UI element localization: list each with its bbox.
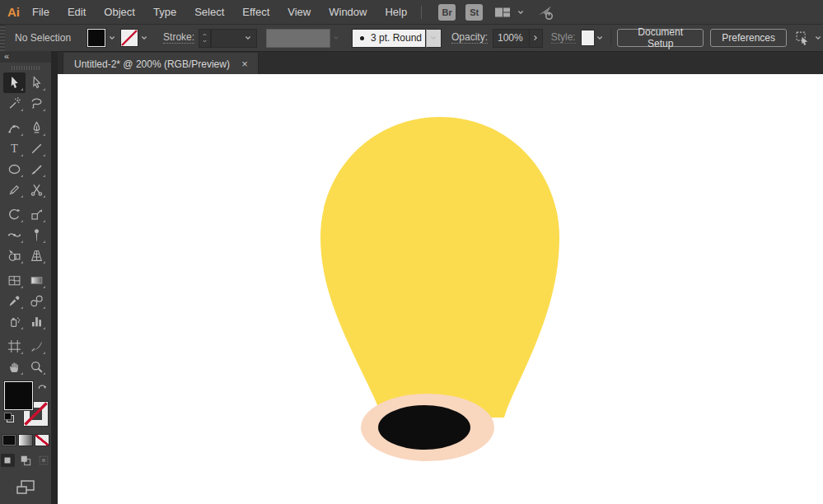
hole-ellipse-shape[interactable] [378, 405, 470, 450]
slice-tool[interactable] [26, 336, 48, 357]
draw-normal-button[interactable] [1, 454, 15, 467]
stroke-weight-dropdown[interactable] [211, 29, 257, 48]
curvature-tool[interactable] [3, 118, 26, 138]
lasso-tool-icon [30, 96, 44, 110]
gradient-tool[interactable] [26, 270, 48, 291]
stroke-weight-stepper[interactable] [199, 29, 211, 48]
stock-button[interactable]: St [465, 4, 483, 21]
perspective-grid-tool[interactable] [26, 245, 48, 266]
chevron-right-icon [531, 33, 540, 43]
chevron-down-icon [107, 33, 117, 43]
column-graph-tool[interactable] [26, 311, 48, 332]
chevron-down-icon [139, 33, 149, 43]
rotate-tool-icon [7, 208, 21, 222]
swap-fill-stroke-icon[interactable] [37, 381, 48, 391]
select-similar-icon [795, 30, 811, 46]
lasso-tool[interactable] [26, 93, 48, 114]
pen-tool-icon [30, 121, 44, 135]
perspective-grid-tool-icon [30, 249, 44, 263]
menu-type[interactable]: Type [144, 0, 185, 24]
menu-help[interactable]: Help [376, 0, 416, 24]
draw-inside-button [37, 454, 51, 467]
style-panel-link[interactable]: Style: [551, 32, 576, 44]
magic-wand-tool-icon [7, 96, 21, 110]
default-fill-stroke-icon[interactable] [4, 413, 14, 422]
opacity-expand-button[interactable] [530, 29, 543, 48]
color-type-row [0, 435, 51, 446]
symbol-sprayer-tool[interactable] [3, 311, 26, 332]
chevron-down-icon [243, 33, 253, 43]
magic-wand-tool[interactable] [3, 93, 26, 114]
fill-indicator-swatch[interactable] [4, 381, 33, 410]
stroke-color-control [121, 30, 150, 46]
pencil-tool[interactable] [3, 180, 26, 200]
change-screen-mode-button[interactable] [16, 479, 35, 494]
bridge-button[interactable]: Br [438, 4, 456, 21]
gradient-button[interactable] [19, 435, 32, 446]
ellipse-tool-icon [7, 162, 21, 176]
document-setup-button[interactable]: Document Setup [617, 29, 704, 47]
none-button[interactable] [35, 435, 49, 446]
puppet-warp-tool[interactable] [26, 225, 48, 245]
menu-edit[interactable]: Edit [58, 0, 95, 24]
close-tab-icon[interactable]: × [240, 59, 250, 69]
paintbrush-tool[interactable] [26, 159, 48, 180]
scale-tool[interactable] [26, 204, 48, 225]
tools-panel-grip[interactable] [12, 66, 40, 70]
style-swatch[interactable] [582, 30, 595, 45]
hand-tool[interactable] [3, 357, 26, 377]
stroke-color-dropdown[interactable] [138, 30, 150, 46]
zoom-tool[interactable] [26, 357, 48, 377]
opacity-panel-link[interactable]: Opacity: [451, 32, 488, 44]
stroke-panel-link[interactable]: Stroke: [163, 32, 194, 44]
fill-color-swatch[interactable] [87, 29, 105, 47]
scissors-tool[interactable] [26, 180, 48, 200]
menu-object[interactable]: Object [95, 0, 144, 24]
type-tool[interactable] [3, 138, 26, 159]
tool-grid [0, 72, 51, 377]
selection-tool[interactable] [3, 72, 26, 93]
gpu-performance-button[interactable] [537, 4, 554, 21]
type-tool-icon [7, 142, 21, 156]
brush-definition-value: 3 pt. Round [371, 32, 422, 44]
artboard-tool[interactable] [3, 336, 26, 357]
draw-behind-button[interactable] [19, 454, 33, 467]
puppet-warp-tool-icon [30, 228, 44, 242]
workspace-switcher[interactable] [494, 6, 526, 19]
style-dropdown[interactable] [594, 30, 605, 46]
stroke-color-swatch[interactable] [121, 30, 138, 46]
mesh-tool[interactable] [3, 270, 26, 291]
shape-builder-tool[interactable] [3, 245, 26, 266]
ellipse-tool[interactable] [3, 159, 26, 180]
width-tool[interactable] [3, 225, 26, 245]
chevron-down-icon [428, 33, 438, 43]
menu-effect[interactable]: Effect [233, 0, 278, 24]
document-tab[interactable]: Untitled-2* @ 200% (RGB/Preview) × [63, 53, 259, 75]
direct-selection-tool[interactable] [26, 72, 48, 93]
eyedropper-tool-icon [7, 294, 21, 308]
menu-bar: Ai FileEditObjectTypeSelectEffectViewWin… [0, 0, 823, 25]
balloon-shape[interactable] [320, 117, 559, 418]
control-bar-grip[interactable] [0, 25, 5, 51]
pen-tool[interactable] [26, 118, 48, 138]
menu-select[interactable]: Select [185, 0, 233, 24]
menu-file[interactable]: File [23, 0, 58, 24]
color-button[interactable] [2, 435, 16, 446]
rotate-tool[interactable] [3, 204, 26, 225]
blend-tool[interactable] [26, 291, 48, 311]
document-canvas[interactable] [58, 74, 823, 504]
chevron-up-icon [201, 31, 208, 38]
fill-color-dropdown[interactable] [105, 30, 118, 46]
menu-window[interactable]: Window [320, 0, 376, 24]
brush-definition-chevron[interactable] [426, 29, 442, 48]
brush-definition-dropdown[interactable]: 3 pt. Round [352, 29, 426, 48]
opacity-input[interactable]: 100% [493, 29, 530, 48]
blend-tool-icon [30, 294, 44, 308]
menu-view[interactable]: View [278, 0, 320, 24]
chevron-down-icon [516, 7, 526, 17]
tools-panel-collapse[interactable]: « [0, 51, 51, 63]
line-segment-tool[interactable] [26, 138, 48, 159]
eyedropper-tool[interactable] [3, 291, 26, 311]
preferences-button[interactable]: Preferences [710, 29, 787, 47]
select-similar-control[interactable] [795, 30, 823, 46]
